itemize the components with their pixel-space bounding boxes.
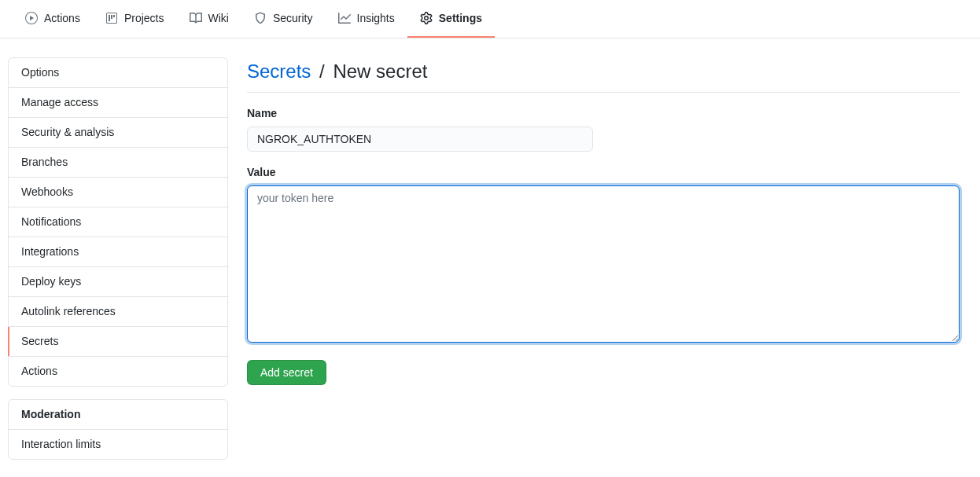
sidebar-item-autolink-references[interactable]: Autolink references: [9, 297, 227, 327]
gear-icon: [420, 12, 433, 24]
tab-security[interactable]: Security: [241, 0, 326, 38]
sidebar-item-label: Webhooks: [21, 185, 73, 198]
play-circle-icon: [25, 12, 38, 24]
tab-label: Insights: [357, 6, 395, 30]
tab-label: Settings: [439, 6, 482, 30]
tab-settings[interactable]: Settings: [407, 0, 495, 38]
tab-label: Actions: [44, 6, 80, 30]
sidebar-item-integrations[interactable]: Integrations: [9, 237, 227, 267]
moderation-menu: Moderation Interaction limits: [8, 399, 228, 460]
sidebar-item-label: Manage access: [21, 96, 98, 108]
tab-wiki[interactable]: Wiki: [177, 0, 241, 38]
sidebar-item-label: Secrets: [21, 335, 58, 347]
value-field-group: Value: [247, 164, 960, 347]
graph-icon: [338, 12, 351, 24]
button-label: Add secret: [260, 366, 313, 379]
secret-value-textarea[interactable]: [247, 185, 960, 343]
sidebar-item-label: Security & analysis: [21, 126, 114, 138]
sidebar-item-label: Interaction limits: [21, 438, 101, 450]
value-label: Value: [247, 164, 960, 181]
sidebar-item-label: Branches: [21, 156, 68, 168]
tab-insights[interactable]: Insights: [326, 0, 407, 38]
sidebar-item-security-analysis[interactable]: Security & analysis: [9, 118, 227, 148]
settings-sidebar: Options Manage access Security & analysi…: [8, 57, 228, 472]
shield-icon: [254, 12, 267, 24]
sidebar-item-label: Actions: [21, 365, 57, 377]
secrets-link[interactable]: Secrets: [247, 61, 311, 82]
sidebar-item-notifications[interactable]: Notifications: [9, 207, 227, 237]
tab-label: Wiki: [208, 6, 229, 30]
sidebar-item-secrets[interactable]: Secrets: [9, 327, 227, 357]
sidebar-item-label: Options: [21, 66, 59, 79]
heading-label: Moderation: [21, 408, 80, 420]
page-title: Secrets / New secret: [247, 57, 427, 86]
main-content: Secrets / New secret Name Value Add secr…: [247, 57, 972, 472]
settings-menu: Options Manage access Security & analysi…: [8, 57, 228, 387]
breadcrumb-separator: /: [316, 61, 328, 82]
sidebar-item-branches[interactable]: Branches: [9, 148, 227, 178]
tab-label: Projects: [124, 6, 164, 30]
name-label: Name: [247, 105, 960, 122]
add-secret-button[interactable]: Add secret: [247, 360, 326, 385]
tab-projects[interactable]: Projects: [93, 0, 177, 38]
subhead: Secrets / New secret: [247, 57, 960, 93]
sidebar-item-label: Deploy keys: [21, 275, 81, 288]
sidebar-item-interaction-limits[interactable]: Interaction limits: [9, 430, 227, 459]
sidebar-item-deploy-keys[interactable]: Deploy keys: [9, 267, 227, 297]
book-icon: [190, 12, 202, 24]
sidebar-item-label: Autolink references: [21, 305, 116, 317]
sidebar-item-label: Notifications: [21, 215, 81, 228]
name-field-group: Name: [247, 105, 960, 152]
project-icon: [105, 12, 118, 24]
secret-name-input[interactable]: [247, 127, 593, 152]
page-layout: Options Manage access Security & analysi…: [0, 39, 980, 477]
tab-label: Security: [273, 6, 313, 30]
sidebar-item-webhooks[interactable]: Webhooks: [9, 178, 227, 207]
sidebar-item-actions[interactable]: Actions: [9, 357, 227, 386]
tab-actions[interactable]: Actions: [13, 0, 93, 38]
moderation-heading: Moderation: [9, 400, 227, 430]
sidebar-item-label: Integrations: [21, 245, 79, 258]
repo-tabnav: Actions Projects Wiki Security Insights …: [0, 0, 980, 39]
page-title-current: New secret: [333, 61, 427, 82]
sidebar-item-options[interactable]: Options: [9, 58, 227, 88]
sidebar-item-manage-access[interactable]: Manage access: [9, 88, 227, 118]
